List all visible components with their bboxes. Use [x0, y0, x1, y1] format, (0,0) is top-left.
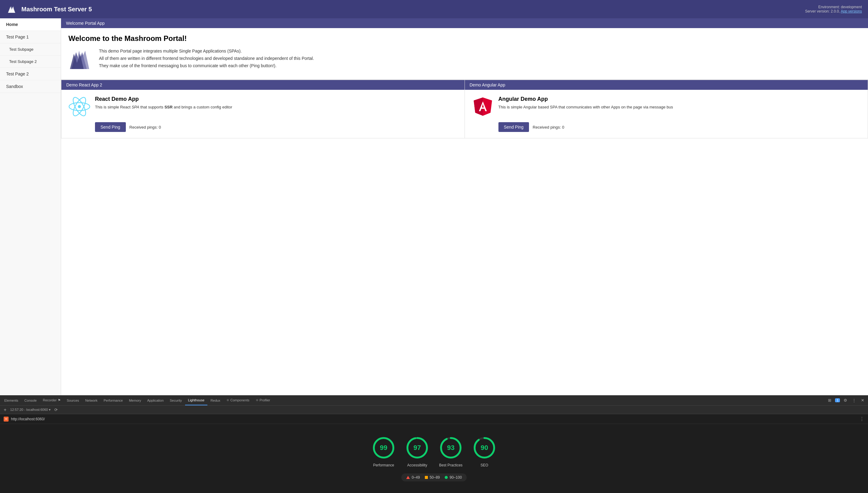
score-label-0: Performance — [373, 463, 394, 467]
legend-bad-label: 0–49 — [412, 475, 420, 479]
env-label: Environment: development — [805, 5, 862, 9]
angular-app-desc: This is simple Angular based SPA that co… — [498, 104, 673, 110]
url-more-icon[interactable]: ⋮ — [860, 416, 864, 422]
legend-average-label: 50–89 — [430, 475, 440, 479]
welcome-content: This demo Portal page integrates multipl… — [68, 48, 861, 73]
tab-memory[interactable]: Memory — [126, 395, 144, 405]
welcome-section: Welcome Portal App Welcome to the Mashro… — [61, 18, 868, 80]
angular-app-body: Angular Demo App This is simple Angular … — [465, 90, 868, 138]
legend-item-average: 50–89 — [425, 475, 440, 479]
react-pings-label: Received pings: 0 — [130, 125, 161, 129]
legend-average-icon — [425, 476, 428, 479]
sidebar-item-home[interactable]: Home — [0, 18, 61, 31]
tab-redux[interactable]: Redux — [208, 395, 223, 405]
tab-security[interactable]: Security — [167, 395, 185, 405]
svg-point-8 — [78, 105, 81, 108]
angular-app-actions: Send Ping Received pings: 0 — [472, 122, 861, 132]
tab-profiler[interactable]: ⚛ Profiler — [253, 395, 273, 405]
angular-app-title: Angular Demo App — [498, 96, 673, 102]
header-left: Mashroom Test Server 5 — [6, 4, 92, 15]
tab-network[interactable]: Network — [82, 395, 101, 405]
legend-row: 0–49 50–89 90–100 — [401, 473, 467, 481]
angular-app-inner: Angular Demo App This is simple Angular … — [472, 96, 861, 119]
sidebar-item-sandbox[interactable]: Sandbox — [0, 80, 61, 93]
score-circle-3: 90 — [472, 435, 497, 460]
main-layout: Home Test Page 1 Test Subpage Test Subpa… — [0, 18, 868, 395]
mashroom-logo-icon — [6, 4, 17, 15]
devtools-timestamp[interactable]: 12:57:20 - localhost:6060 ▾ — [10, 408, 51, 412]
angular-pings-label: Received pings: 0 — [533, 125, 564, 129]
react-app-card: Demo React App 2 — [61, 80, 465, 138]
react-app-body: React Demo App This is simple React SPA … — [61, 90, 464, 138]
tab-application[interactable]: Application — [144, 395, 167, 405]
devtools-add-icon[interactable]: + — [2, 407, 8, 413]
react-app-inner: React Demo App This is simple React SPA … — [69, 96, 457, 119]
score-label-2: Best Practices — [439, 463, 463, 467]
sidebar-item-test-subpage-2[interactable]: Test Subpage 2 — [0, 56, 61, 68]
score-number-2: 93 — [447, 444, 454, 452]
header-right: Environment: development Server version:… — [805, 5, 862, 14]
score-item-best-practices: 93 Best Practices — [439, 435, 463, 467]
angular-send-ping-button[interactable]: Send Ping — [498, 122, 529, 132]
react-app-info: React Demo App This is simple React SPA … — [95, 96, 232, 110]
devtools-more-icon[interactable]: ⋮ — [851, 398, 857, 403]
legend-good-label: 90–100 — [450, 475, 462, 479]
sidebar-item-test-subpage[interactable]: Test Subpage — [0, 43, 61, 56]
angular-icon — [472, 96, 494, 119]
score-number-1: 97 — [414, 444, 421, 452]
devtools-new-tab-icon[interactable]: ⊞ — [827, 398, 832, 403]
score-circle-1: 97 — [405, 435, 429, 460]
score-item-seo: 90 SEO — [472, 435, 497, 467]
tab-performance[interactable]: Performance — [101, 395, 126, 405]
url-text: http://localhost:6060/ — [11, 417, 45, 421]
score-number-0: 99 — [380, 444, 387, 452]
lighthouse-content: 99 Performance 97 Accessibility 93 Best … — [0, 424, 868, 493]
react-app-actions: Send Ping Received pings: 0 — [69, 122, 457, 132]
sidebar: Home Test Page 1 Test Subpage Test Subpa… — [0, 18, 61, 395]
app-cards: Demo React App 2 — [61, 80, 868, 138]
tab-sources[interactable]: Sources — [64, 395, 82, 405]
welcome-section-header: Welcome Portal App — [61, 18, 868, 28]
favicon-icon: M — [4, 416, 8, 422]
score-item-accessibility: 97 Accessibility — [405, 435, 429, 467]
angular-app-card: Demo Angular App — [465, 80, 868, 138]
content-area: Welcome Portal App Welcome to the Mashro… — [61, 18, 868, 395]
react-icon — [69, 96, 90, 119]
devtools-tab-bar: Elements Console Recorder ⚑ Sources Netw… — [0, 395, 868, 406]
welcome-section-body: Welcome to the Mashroom Portal! This dem… — [61, 28, 868, 80]
legend-bad-icon — [406, 476, 410, 479]
devtools-tab-actions: ⊞ 1 ⚙ ⋮ ✕ — [827, 398, 867, 403]
legend-item-good: 90–100 — [445, 475, 462, 479]
angular-app-section-header: Demo Angular App — [465, 80, 868, 90]
tab-lighthouse[interactable]: Lighthouse — [185, 395, 208, 405]
app-versions-link[interactable]: App versions — [841, 9, 862, 14]
legend-item-bad: 0–49 — [406, 475, 420, 479]
score-label-1: Accessibility — [407, 463, 427, 467]
welcome-logo — [68, 48, 93, 73]
devtools-badge: 1 — [835, 398, 840, 402]
app-header: Mashroom Test Server 5 Environment: deve… — [0, 0, 868, 18]
score-number-3: 90 — [481, 444, 488, 452]
angular-app-info: Angular Demo App This is simple Angular … — [498, 96, 673, 110]
tab-console[interactable]: Console — [21, 395, 40, 405]
score-circle-0: 99 — [371, 435, 396, 460]
score-circle-2: 93 — [439, 435, 463, 460]
react-app-title: React Demo App — [95, 96, 232, 102]
sidebar-item-test-page-2[interactable]: Test Page 2 — [0, 68, 61, 80]
devtools-close-icon[interactable]: ✕ — [860, 398, 866, 403]
tab-elements[interactable]: Elements — [1, 395, 21, 405]
devtools-settings-icon[interactable]: ⚙ — [842, 398, 848, 403]
score-label-3: SEO — [480, 463, 488, 467]
scores-row: 99 Performance 97 Accessibility 93 Best … — [371, 435, 497, 467]
devtools-toolbar: + 12:57:20 - localhost:6060 ▾ ⟳ — [0, 406, 868, 414]
legend-good-icon — [445, 476, 448, 479]
tab-recorder[interactable]: Recorder ⚑ — [40, 395, 64, 405]
react-send-ping-button[interactable]: Send Ping — [95, 122, 126, 132]
devtools-url-bar: M http://localhost:6060/ ⋮ — [0, 414, 868, 424]
devtools-panel: Elements Console Recorder ⚑ Sources Netw… — [0, 395, 868, 493]
react-app-section-header: Demo React App 2 — [61, 80, 464, 90]
server-label: Server version: 2.0.0, App versions — [805, 9, 862, 14]
tab-components[interactable]: ⚛ Components — [223, 395, 252, 405]
sidebar-item-test-page-1[interactable]: Test Page 1 — [0, 31, 61, 43]
devtools-reload-icon[interactable]: ⟳ — [53, 407, 59, 413]
